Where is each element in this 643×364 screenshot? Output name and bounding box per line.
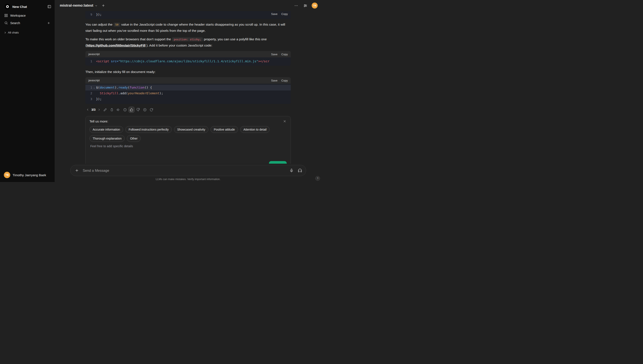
composer-area — [55, 164, 322, 176]
code-block-document-ready: javascript Save Copy 1⌄$(document).ready… — [85, 77, 291, 104]
user-name: Timothy Jaeryang Baek — [13, 173, 46, 177]
stickyfill-link[interactable]: https://github.com/littlestair/StickyFil… — [87, 44, 145, 47]
code-language-label: javascript — [88, 53, 100, 56]
assistant-message: Save Copy 9}); You can adjust the50value… — [85, 11, 291, 164]
paragraph-text: ). Add it before your custom JavaScript … — [146, 44, 212, 47]
code-save-button[interactable]: Save — [271, 12, 278, 16]
code-copy-button[interactable]: Copy — [281, 79, 288, 82]
sidebar-item-label: Search — [10, 21, 20, 25]
code-line: 3}); — [85, 96, 291, 102]
code-line: 9}); — [85, 12, 291, 18]
search-icon — [4, 21, 8, 25]
new-chat-plus-icon[interactable] — [101, 4, 105, 8]
code-copy-button[interactable]: Copy — [281, 53, 288, 56]
code-block-script-tag: javascript Save Copy 1<script src="https… — [85, 51, 291, 66]
more-options-icon[interactable] — [293, 3, 299, 8]
code-block-header: javascript Save Copy — [85, 51, 291, 58]
read-aloud-button[interactable] — [115, 107, 121, 113]
next-response-button[interactable] — [97, 107, 101, 112]
microphone-icon[interactable] — [289, 168, 294, 174]
disclaimer: LLMs can make mistakes. Verify important… — [55, 176, 322, 182]
app-logo-icon — [5, 4, 10, 10]
thumbs-down-button[interactable] — [135, 107, 141, 113]
sidebar-top-row: New Chat — [2, 2, 53, 12]
model-name: mistral-nemo:latest — [60, 4, 93, 8]
sidebar: New Chat Workspace Search — [0, 0, 55, 182]
response-position: 3/3 — [91, 108, 96, 112]
feedback-option-attention-to-detail[interactable]: Attention to detail — [240, 126, 270, 133]
thumbs-up-button[interactable] — [129, 107, 135, 113]
paragraph-text: To make this work on older browsers that… — [85, 37, 171, 41]
code-line: 2 Stickyfill.add(yourHeaderElement); — [85, 90, 291, 96]
new-chat-label: New Chat — [13, 5, 27, 8]
message-input[interactable] — [82, 168, 286, 173]
feedback-option-followed-instructions[interactable]: Followed instructions perfectly — [125, 126, 172, 133]
close-icon[interactable] — [283, 119, 287, 123]
workspace-icon — [4, 14, 8, 17]
chevron-right-icon — [4, 31, 7, 34]
code-line: 1<script src="https://cdnjs.cloudflare.c… — [85, 58, 291, 64]
sidebar-plus-icon[interactable] — [47, 21, 50, 25]
feedback-title: Tell us more: — [90, 120, 108, 123]
top-bar: mistral-nemo:latest TB — [55, 0, 322, 11]
feedback-option-accurate-information[interactable]: Accurate information — [90, 126, 123, 133]
help-button[interactable]: ? — [315, 176, 320, 181]
code-actions: Save Copy — [271, 79, 288, 82]
paragraph: Then, initialize the sticky fill on docu… — [85, 69, 291, 75]
sidebar-item-search[interactable]: Search — [2, 20, 53, 26]
chat-scroll-area[interactable]: Save Copy 9}); You can adjust the50value… — [55, 11, 322, 164]
headphones-icon[interactable] — [297, 168, 303, 174]
model-selector[interactable]: mistral-nemo:latest — [58, 2, 99, 9]
code-actions: Save Copy — [271, 53, 288, 56]
copy-button[interactable] — [109, 107, 115, 113]
message-composer — [70, 165, 306, 176]
message-actions: 3/3 — [85, 107, 291, 113]
sidebar-toggle-icon[interactable] — [47, 4, 52, 10]
code-content: 1⌄$(document).ready(function() {2 Sticky… — [85, 84, 291, 104]
info-button[interactable] — [122, 107, 128, 113]
code-save-button[interactable]: Save — [271, 53, 278, 56]
code-line: 1⌄$(document).ready(function() { — [85, 85, 291, 90]
regenerate-button[interactable] — [148, 107, 154, 113]
feedback-option-showcased-creativity[interactable]: Showcased creativity — [174, 126, 209, 133]
header-avatar[interactable]: TB — [312, 2, 318, 8]
feedback-header: Tell us more: — [90, 119, 287, 123]
code-block-partial: Save Copy 9}); — [85, 11, 291, 19]
chevron-down-icon — [95, 4, 98, 7]
feedback-option-positive-attitude[interactable]: Positive attitude — [211, 126, 238, 133]
code-actions: Save Copy — [271, 12, 288, 16]
attach-plus-icon[interactable] — [74, 168, 80, 174]
continue-response-button[interactable] — [142, 107, 148, 113]
new-chat-button[interactable]: New Chat — [3, 2, 29, 11]
code-block-header: javascript Save Copy — [85, 77, 291, 84]
inline-code-chip: position: sticky; — [172, 37, 203, 42]
feedback-save-button[interactable]: Save — [269, 161, 287, 164]
top-bar-right: TB — [293, 2, 318, 8]
feedback-options: Accurate information Followed instructio… — [90, 126, 287, 142]
all-chats-label: All chats — [8, 31, 19, 34]
previous-response-button[interactable] — [85, 107, 90, 112]
sidebar-item-label: Workspace — [10, 14, 26, 17]
paragraph-text: You can adjust the — [85, 22, 113, 26]
code-content: 1<script src="https://cdnjs.cloudflare.c… — [85, 58, 291, 66]
sidebar-item-workspace[interactable]: Workspace — [2, 12, 53, 19]
feedback-option-other[interactable]: Other — [127, 135, 141, 142]
app-window: New Chat Workspace Search — [0, 0, 322, 182]
edit-button[interactable] — [102, 107, 108, 113]
code-language-label: javascript — [88, 79, 100, 82]
user-avatar: TB — [4, 172, 10, 178]
paragraph: You can adjust the50value in the JavaScr… — [85, 22, 291, 34]
feedback-comment-input[interactable] — [90, 144, 287, 161]
code-content: 9}); — [85, 11, 291, 19]
paragraph: To make this work on older browsers that… — [85, 36, 291, 48]
controls-sliders-icon[interactable] — [303, 3, 308, 8]
user-menu-button[interactable]: TB Timothy Jaeryang Baek — [2, 170, 53, 180]
code-fold-icon[interactable]: ⌄ — [92, 85, 96, 90]
sidebar-section-all-chats[interactable]: All chats — [2, 30, 53, 36]
feedback-panel: Tell us more: Accurate information Follo… — [85, 116, 291, 164]
feedback-option-thorough-explanation[interactable]: Thorough explanation — [90, 135, 125, 142]
code-copy-button[interactable]: Copy — [281, 12, 288, 16]
main-panel: mistral-nemo:latest TB — [55, 0, 322, 182]
code-save-button[interactable]: Save — [271, 79, 278, 82]
feedback-footer: Technology Web Development CSS JavaScrip… — [90, 161, 287, 164]
